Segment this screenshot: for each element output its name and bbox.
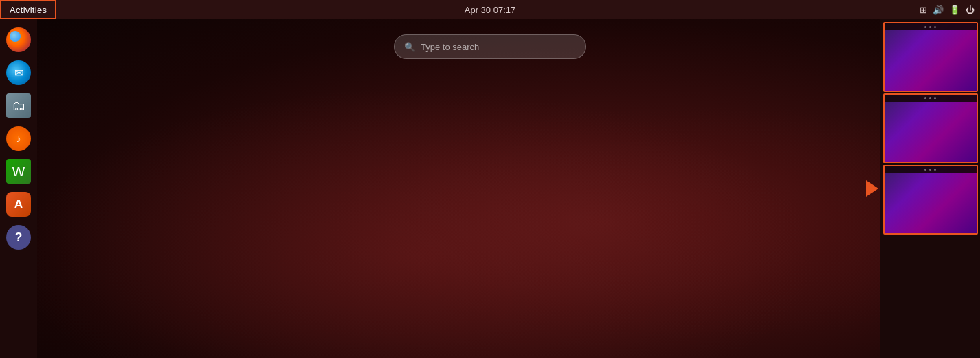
- workspace-3-content: [885, 173, 977, 233]
- search-placeholder: Type to search: [421, 42, 479, 52]
- workspace-2-bar: [885, 95, 977, 102]
- dot-2: [929, 97, 931, 99]
- activities-button[interactable]: Activities: [0, 0, 56, 19]
- firefox-icon: [6, 27, 31, 52]
- appstore-icon: A: [6, 192, 31, 217]
- workspace-3-bar: [885, 166, 977, 173]
- workspaces-panel: [880, 19, 980, 358]
- dock-item-thunderbird[interactable]: [3, 58, 34, 88]
- workspace-2-content: [885, 102, 977, 162]
- dot-2: [929, 26, 931, 28]
- dock-item-help[interactable]: ?: [3, 222, 34, 252]
- dot-2: [929, 169, 931, 171]
- libreoffice-icon: W: [6, 159, 31, 184]
- dot-3: [934, 169, 936, 171]
- rhythmbox-icon: ♪: [6, 126, 31, 151]
- dock-item-files[interactable]: 🗂: [3, 91, 34, 121]
- workspace-1-bar: [885, 23, 977, 30]
- dock: 🗂 ♪ W A ?: [0, 19, 37, 358]
- workspace-thumbnail-2[interactable]: [883, 93, 978, 163]
- dot-1: [924, 169, 926, 171]
- topbar-datetime[interactable]: Apr 30 07:17: [465, 5, 515, 15]
- battery-icon[interactable]: 🔋: [949, 5, 960, 15]
- topbar-tray: ⊞ 🔊 🔋 ⏻: [920, 5, 980, 15]
- desktop-pattern: [37, 19, 980, 358]
- dot-3: [934, 97, 936, 99]
- search-bar-container: 🔍 Type to search: [394, 34, 586, 59]
- topbar: Activities Apr 30 07:17 ⊞ 🔊 🔋 ⏻: [0, 0, 980, 19]
- sound-icon[interactable]: 🔊: [933, 5, 944, 15]
- dock-item-firefox[interactable]: [3, 25, 34, 55]
- network-icon[interactable]: ⊞: [920, 5, 927, 15]
- workspace-thumbnail-1[interactable]: [883, 22, 978, 92]
- search-bar[interactable]: 🔍 Type to search: [394, 34, 586, 59]
- workspace-arrow-indicator: [866, 19, 878, 358]
- dot-1: [924, 97, 926, 99]
- help-icon: ?: [6, 225, 31, 250]
- search-icon: 🔍: [404, 42, 415, 52]
- workspace-thumbnail-3[interactable]: [883, 165, 978, 235]
- arrow-right-icon: [866, 180, 878, 197]
- workspace-1-content: [885, 30, 977, 91]
- dot-3: [934, 26, 936, 28]
- dock-item-appstore[interactable]: A: [3, 189, 34, 219]
- desktop[interactable]: [37, 19, 980, 358]
- dot-1: [924, 26, 926, 28]
- topbar-left: Activities: [0, 0, 56, 19]
- files-icon: 🗂: [6, 93, 31, 118]
- dock-item-libreoffice[interactable]: W: [3, 156, 34, 187]
- system-menu-icon[interactable]: ⏻: [966, 5, 975, 15]
- thunderbird-icon: [6, 60, 31, 85]
- dock-item-rhythmbox[interactable]: ♪: [3, 123, 34, 154]
